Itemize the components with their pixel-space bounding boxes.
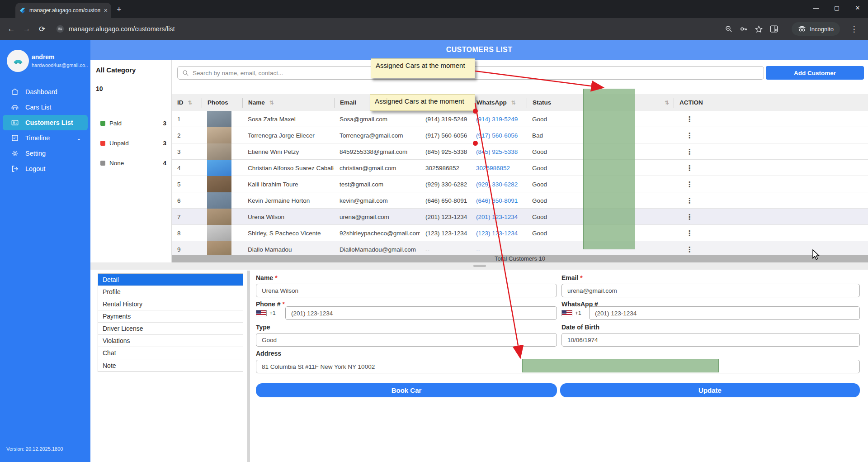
- sidebar-item-dashboard[interactable]: Dashboard: [3, 84, 88, 100]
- email-field[interactable]: urena@gmail.com: [561, 284, 860, 297]
- row-menu-icon[interactable]: ⋮: [679, 148, 693, 156]
- back-icon[interactable]: ←: [4, 24, 19, 33]
- table-row[interactable]: 1Sosa Zafra MaxelSosa@gmail.com(914) 319…: [172, 111, 868, 127]
- window-minimize-button[interactable]: —: [806, 0, 826, 15]
- customer-photo[interactable]: [207, 225, 231, 241]
- sidebar-item-setting[interactable]: Setting: [3, 146, 88, 161]
- window-maximize-button[interactable]: ▢: [826, 0, 847, 15]
- detail-tab-profile[interactable]: Profile: [98, 286, 243, 298]
- cell-action: ⋮: [674, 131, 868, 140]
- column-header-name[interactable]: Name⇅: [242, 98, 334, 108]
- category-item-paid[interactable]: Paid3: [100, 119, 166, 128]
- row-menu-icon[interactable]: ⋮: [679, 246, 693, 253]
- avatar[interactable]: [7, 50, 29, 72]
- cell-whatsapp-link[interactable]: (917) 560-6056: [471, 132, 527, 139]
- row-menu-icon[interactable]: ⋮: [679, 213, 693, 221]
- customer-photo[interactable]: [207, 192, 231, 209]
- detail-tab-rental-history[interactable]: Rental History: [98, 298, 243, 310]
- column-header-id[interactable]: ID⇅: [172, 98, 202, 108]
- update-button[interactable]: Update: [560, 383, 860, 397]
- customer-photo[interactable]: [207, 160, 231, 176]
- phone-country-selector[interactable]: +1: [256, 306, 276, 320]
- password-key-icon[interactable]: [739, 24, 748, 33]
- reload-icon[interactable]: ⟳: [34, 24, 50, 34]
- browser-menu-icon[interactable]: ⋮: [846, 24, 862, 34]
- sidebar-item-logout[interactable]: Logout: [3, 161, 88, 176]
- customer-photo[interactable]: [207, 127, 231, 143]
- window-close-button[interactable]: ✕: [847, 0, 868, 15]
- detail-tab-driver-license[interactable]: Driver License: [98, 323, 243, 335]
- cell-whatsapp-link[interactable]: (646) 650-8091: [471, 197, 527, 204]
- new-tab-button[interactable]: +: [117, 5, 122, 14]
- forward-icon[interactable]: →: [19, 24, 34, 33]
- customer-photo[interactable]: [207, 209, 231, 225]
- cell-status: Good: [527, 181, 581, 188]
- browser-tab[interactable]: manager.alugago.com/custome ×: [15, 3, 111, 18]
- table-row[interactable]: 8Shirley, S Pacheco Vicente92shirleypach…: [172, 225, 868, 241]
- name-field[interactable]: Urena Wilson: [256, 284, 557, 297]
- sidebar-item-customers-list[interactable]: Customers List: [3, 115, 88, 130]
- row-menu-icon[interactable]: ⋮: [679, 164, 693, 172]
- cell-whatsapp-link[interactable]: (914) 319-5249: [471, 116, 527, 123]
- book-car-button[interactable]: Book Car: [256, 383, 557, 397]
- sort-icon[interactable]: ⇅: [269, 100, 274, 106]
- table-row[interactable]: 6Kevin Jermaine Hortonkevin@gmail.com(64…: [172, 192, 868, 209]
- add-customer-button[interactable]: Add Customer: [766, 66, 864, 80]
- category-item-unpaid[interactable]: Unpaid3: [100, 138, 166, 148]
- table-row[interactable]: 2Torrenegra Jorge EliecerTorrenegra@gmai…: [172, 127, 868, 143]
- cell-email: christian@gmail.com: [334, 165, 420, 171]
- customer-photo[interactable]: [207, 111, 231, 127]
- cell-whatsapp-link[interactable]: (929) 330-6282: [471, 181, 527, 188]
- whatsapp-field[interactable]: (201) 123-1234: [589, 306, 860, 320]
- sort-icon[interactable]: ⇅: [188, 100, 193, 106]
- table-row[interactable]: 3Etienne Wini Petzy8459255338@gmail.com(…: [172, 143, 868, 160]
- table-row[interactable]: 4Christian Alfonso Suarez Caballerochris…: [172, 160, 868, 176]
- table-row[interactable]: 9Diallo MamadouDialloMamadou@gmail.com--…: [172, 241, 868, 255]
- category-item-none[interactable]: None4: [100, 158, 166, 167]
- row-menu-icon[interactable]: ⋮: [679, 132, 693, 139]
- row-menu-icon[interactable]: ⋮: [679, 181, 693, 188]
- site-info-icon[interactable]: [56, 25, 64, 33]
- us-flag-icon: [256, 310, 267, 316]
- phone-field[interactable]: (201) 123-1234: [285, 306, 557, 320]
- customer-photo[interactable]: [207, 241, 231, 255]
- row-menu-icon[interactable]: ⋮: [679, 197, 693, 205]
- detail-tab-payments[interactable]: Payments: [98, 310, 243, 323]
- sort-icon[interactable]: ⇅: [665, 100, 669, 106]
- search-input[interactable]: [193, 70, 764, 76]
- customer-photo[interactable]: [207, 143, 231, 160]
- cell-whatsapp-link[interactable]: 3025986852: [471, 165, 527, 171]
- incognito-badge: Incognito: [792, 22, 840, 36]
- sidebar-item-timeline[interactable]: Timeline⌄: [3, 130, 88, 146]
- detail-tab-violations[interactable]: Violations: [98, 335, 243, 347]
- cell-name: Torrenegra Jorge Eliecer: [242, 132, 334, 139]
- horizontal-scrollbar-thumb[interactable]: [473, 265, 486, 267]
- customer-photo[interactable]: [207, 176, 231, 192]
- whatsapp-country-selector[interactable]: +1: [561, 306, 581, 320]
- cell-action: ⋮: [674, 164, 868, 172]
- panel-splitter[interactable]: [247, 271, 250, 462]
- side-panel-icon[interactable]: [769, 24, 778, 33]
- cell-whatsapp-link[interactable]: --: [471, 246, 527, 253]
- url-bar[interactable]: manager.alugago.com/customers/list: [56, 25, 175, 33]
- column-header-whatsapp[interactable]: WhatsApp⇅: [471, 98, 527, 108]
- cell-whatsapp-link[interactable]: (845) 925-5338: [471, 148, 527, 155]
- tab-close-icon[interactable]: ×: [104, 7, 108, 14]
- cell-whatsapp-link[interactable]: (201) 123-1234: [471, 214, 527, 220]
- url-text[interactable]: manager.alugago.com/customers/list: [69, 25, 175, 33]
- bookmark-star-icon[interactable]: [755, 25, 763, 33]
- detail-tab-note[interactable]: Note: [98, 359, 243, 372]
- row-menu-icon[interactable]: ⋮: [679, 229, 693, 237]
- table-row[interactable]: 7Urena Wilsonurena@gmail.com(201) 123-12…: [172, 209, 868, 225]
- type-field[interactable]: Good: [256, 333, 557, 347]
- dob-field[interactable]: 10/06/1974: [561, 333, 860, 347]
- detail-tab-detail[interactable]: Detail: [98, 274, 243, 286]
- zoom-icon[interactable]: [725, 25, 733, 33]
- detail-tab-chat[interactable]: Chat: [98, 347, 243, 359]
- row-menu-icon[interactable]: ⋮: [679, 115, 693, 123]
- sidebar-item-cars-list[interactable]: Cars List: [3, 100, 88, 115]
- sort-icon[interactable]: ⇅: [511, 100, 516, 106]
- cell-whatsapp-link[interactable]: (123) 123-1234: [471, 230, 527, 237]
- table-row[interactable]: 5Kalil Ibrahim Touretest@gmail.com(929) …: [172, 176, 868, 192]
- cell-photo: [202, 127, 242, 143]
